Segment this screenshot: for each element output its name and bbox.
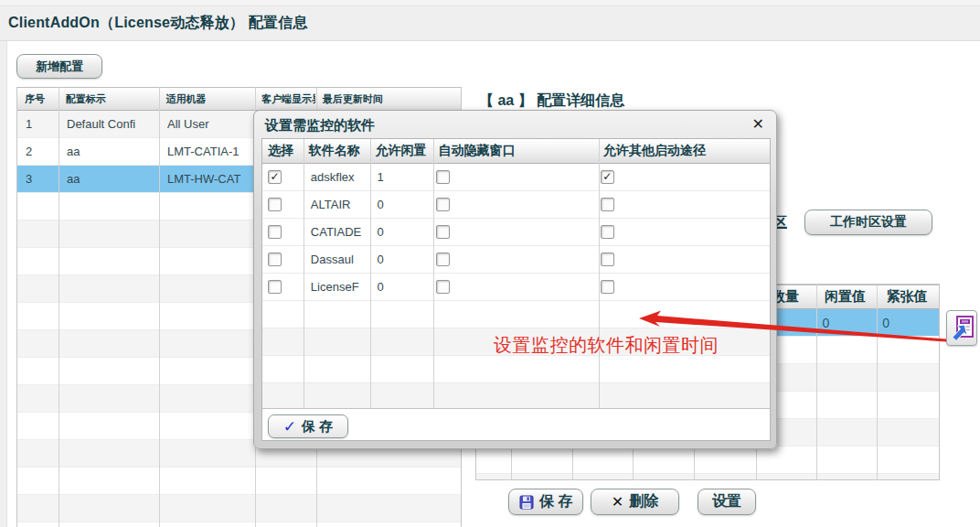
add-config-label: 新增配置	[36, 59, 83, 75]
col-header-select: 选择	[262, 139, 304, 163]
cell-idle-minutes: 0	[370, 191, 433, 218]
select-checkbox[interactable]	[268, 225, 282, 239]
cell-idle-minutes: 0	[370, 219, 433, 245]
other-launch-checkbox[interactable]	[601, 225, 614, 239]
grid-line	[816, 285, 817, 480]
document-arrow-icon	[949, 314, 975, 343]
col-header-seq: 序号	[17, 88, 59, 110]
timezone-settings-button[interactable]: 工作时区设置	[804, 210, 932, 235]
cell-label: Default Confi	[59, 111, 159, 137]
dialog-content: 选择 软件名称 允许闲置 自动隐藏窗口 允许其他启动途径 ✓ adskflex …	[261, 138, 771, 441]
cell-seq: 2	[17, 138, 59, 165]
dialog-table-rows: ✓ adskflex 1 ✓ ALTAIR 0 CATIADE 0	[262, 164, 770, 408]
other-launch-checkbox[interactable]: ✓	[601, 170, 614, 184]
empty-table-row	[476, 474, 939, 480]
page-title: ClientAddOn（License动态释放） 配置信息	[8, 14, 308, 33]
dialog-title: 设置需监控的软件	[265, 117, 375, 134]
cell-idle-minutes: 0	[370, 274, 433, 300]
empty-table-row	[17, 495, 461, 522]
empty-table-row	[262, 383, 770, 408]
empty-table-row	[262, 356, 770, 383]
save-button[interactable]: 保 存	[508, 489, 583, 515]
cell-label: aa	[59, 166, 159, 192]
other-launch-checkbox[interactable]	[601, 198, 614, 211]
save-label: 保 存	[539, 492, 572, 511]
timezone-settings-label: 工作时区设置	[830, 214, 907, 231]
dialog-table-bottom-border	[262, 408, 771, 409]
config-table-header: 序号 配置标示 适用机器 客户端显示界i 最后更新时间	[17, 87, 461, 111]
delete-button[interactable]: ✕ 删除	[591, 489, 679, 515]
software-row[interactable]: ALTAIR 0	[262, 191, 770, 219]
software-row[interactable]: Dassaul 0	[262, 246, 770, 274]
software-row[interactable]: LicenseF 0	[262, 274, 770, 301]
cell-idle-value: 0	[815, 309, 876, 336]
cell-machine: LMT-CATIA-1	[159, 138, 255, 165]
select-checkbox[interactable]	[268, 280, 282, 294]
monitored-software-dialog: 设置需监控的软件 ✕ 选择 软件名称 允许闲置 自动隐藏窗口 允许其他启动途径 …	[253, 110, 777, 449]
grid-line	[370, 139, 371, 408]
col-header-tension: 紧张值	[875, 285, 939, 308]
select-checkbox[interactable]	[268, 253, 282, 266]
auto-hide-checkbox[interactable]	[436, 225, 450, 239]
other-launch-checkbox[interactable]	[601, 280, 614, 294]
top-strip	[0, 0, 980, 6]
col-header-other-launch: 允许其他启动途径	[598, 139, 770, 163]
cell-software-name: Dassaul	[304, 246, 370, 273]
grid-line	[159, 87, 160, 527]
software-row[interactable]: CATIADE 0	[262, 219, 770, 246]
cell-tension-value: 0	[875, 309, 939, 336]
empty-table-row	[262, 301, 770, 328]
grid-line	[433, 139, 434, 408]
delete-x-icon: ✕	[612, 493, 623, 511]
auto-hide-checkbox[interactable]	[436, 280, 450, 294]
cell-label: aa	[59, 138, 159, 165]
cell-idle-minutes: 1	[370, 164, 433, 190]
grid-line	[59, 87, 59, 527]
auto-hide-checkbox[interactable]	[436, 253, 450, 266]
col-header-auto-hide: 自动隐藏窗口	[432, 139, 597, 163]
grid-line	[877, 285, 878, 480]
select-checkbox[interactable]	[268, 198, 282, 211]
detail-panel-title: 【 aa 】 配置详细信息	[479, 91, 624, 111]
delete-label: 删除	[629, 492, 658, 511]
cell-software-name: CATIADE	[304, 219, 370, 245]
dialog-save-button[interactable]: ✓ 保 存	[268, 414, 348, 438]
dialog-table-header: 选择 软件名称 允许闲置 自动隐藏窗口 允许其他启动途径	[262, 139, 770, 164]
floppy-disk-icon	[519, 495, 534, 510]
dialog-save-label: 保 存	[302, 418, 333, 436]
left-gutter	[0, 41, 7, 527]
cell-software-name: LicenseF	[304, 274, 370, 300]
open-report-button[interactable]	[946, 310, 977, 346]
app-screen: ClientAddOn（License动态释放） 配置信息 新增配置 【 aa …	[0, 0, 980, 527]
cell-idle-minutes: 0	[370, 246, 433, 273]
col-header-label: 配置标示	[59, 88, 159, 110]
annotation-text: 设置监控的软件和闲置时间	[494, 333, 719, 358]
cell-seq: 3	[17, 166, 59, 192]
col-header-client: 客户端显示界i	[254, 88, 315, 110]
close-icon[interactable]: ✕	[752, 115, 764, 133]
software-row[interactable]: ✓ adskflex 1 ✓	[262, 164, 770, 191]
empty-table-row	[476, 446, 939, 474]
other-launch-checkbox[interactable]	[601, 253, 614, 266]
auto-hide-checkbox[interactable]	[436, 170, 450, 184]
settings-button[interactable]: 设置	[698, 489, 756, 515]
col-header-updated: 最后更新时间	[315, 88, 461, 110]
cell-software-name: adskflex	[304, 164, 370, 190]
select-checkbox[interactable]: ✓	[268, 170, 282, 184]
col-header-machine: 适用机器	[158, 88, 254, 110]
auto-hide-checkbox[interactable]	[436, 198, 450, 211]
cell-software-name: ALTAIR	[304, 191, 370, 218]
col-header-idle: 闲置值	[815, 285, 876, 308]
cell-seq: 1	[17, 111, 59, 137]
cell-machine: All User	[159, 111, 255, 137]
grid-line	[599, 139, 600, 408]
empty-table-row	[17, 468, 461, 495]
col-header-software: 软件名称	[304, 139, 370, 163]
add-config-button[interactable]: 新增配置	[16, 54, 102, 79]
cell-machine: LMT-HW-CAT	[159, 166, 255, 192]
grid-line	[304, 139, 304, 408]
settings-label: 设置	[712, 492, 741, 511]
check-icon: ✓	[283, 419, 296, 435]
col-header-allow-idle: 允许闲置	[370, 139, 433, 163]
